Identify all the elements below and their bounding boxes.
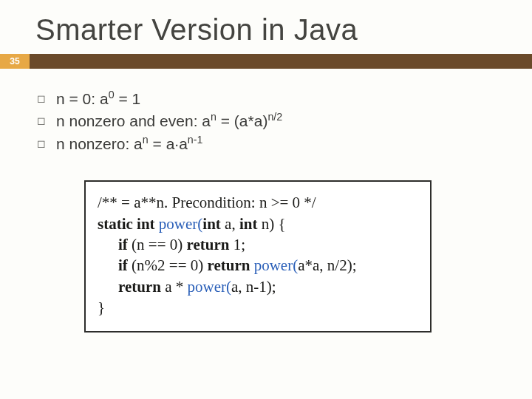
text: (n%2 == 0) xyxy=(132,256,207,274)
page-number-badge: 35 xyxy=(0,54,30,69)
text: a*a, n/2); xyxy=(298,256,356,274)
divider-stripe xyxy=(30,54,532,69)
text: 1; xyxy=(233,236,245,253)
bullet-text: n nonzero and even: an = (a*a)n/2 xyxy=(56,110,282,132)
code-line: } xyxy=(98,297,418,318)
text: a * xyxy=(165,278,187,296)
keyword: return xyxy=(187,236,233,253)
code-line: static int power(int a, int n) { xyxy=(98,214,418,234)
text: n nonzero: a xyxy=(56,135,143,152)
list-item: ◻ n = 0: a0 = 1 xyxy=(37,88,532,110)
text: a, n-1); xyxy=(231,278,276,296)
bullet-text: n = 0: a0 = 1 xyxy=(56,88,140,110)
list-item: ◻ n nonzero: an = a·an-1 xyxy=(37,133,532,155)
code-line: return a * power(a, n-1); xyxy=(98,276,418,297)
text: n) { xyxy=(262,215,286,233)
keyword: if xyxy=(118,236,132,253)
bullet-icon: ◻ xyxy=(37,88,56,106)
keyword: return xyxy=(118,278,165,296)
function-name: power( xyxy=(159,215,202,233)
text: n = 0: a xyxy=(56,90,109,107)
bullet-icon: ◻ xyxy=(37,133,56,151)
code-line: /** = a**n. Precondition: n >= 0 */ xyxy=(98,192,418,213)
bullet-list: ◻ n = 0: a0 = 1 ◻ n nonzero and even: an… xyxy=(37,88,532,155)
text: a, xyxy=(225,215,239,233)
superscript: n xyxy=(143,134,149,146)
superscript: n-1 xyxy=(188,134,203,146)
text: = (a*a) xyxy=(216,112,267,129)
bullet-icon: ◻ xyxy=(37,110,56,128)
keyword: static int xyxy=(98,215,159,233)
code-line: if (n == 0) return 1; xyxy=(98,234,418,255)
superscript: 0 xyxy=(109,89,115,100)
function-name: power( xyxy=(188,278,231,296)
text: = a·a xyxy=(149,135,188,152)
keyword: return xyxy=(208,256,254,274)
text: = 1 xyxy=(115,90,141,107)
text: n nonzero and even: a xyxy=(56,112,211,129)
list-item: ◻ n nonzero and even: an = (a*a)n/2 xyxy=(37,110,532,132)
function-name: power( xyxy=(254,256,298,274)
code-box: /** = a**n. Precondition: n >= 0 */ stat… xyxy=(84,180,432,332)
keyword: if xyxy=(118,256,132,274)
superscript: n xyxy=(211,111,216,123)
text: (n == 0) xyxy=(132,236,186,253)
slide-title: Smarter Version in Java xyxy=(0,0,532,54)
bullet-text: n nonzero: an = a·an-1 xyxy=(56,133,202,155)
code-line: if (n%2 == 0) return power(a*a, n/2); xyxy=(98,255,418,276)
keyword: int xyxy=(202,215,225,233)
divider-bar: 35 xyxy=(0,54,532,69)
superscript: n/2 xyxy=(267,111,282,123)
keyword: int xyxy=(239,215,262,233)
content-area: ◻ n = 0: a0 = 1 ◻ n nonzero and even: an… xyxy=(0,69,532,332)
